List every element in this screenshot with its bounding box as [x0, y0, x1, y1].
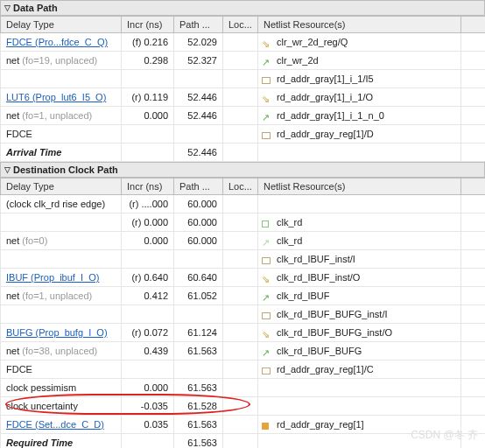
netlist-cell	[258, 397, 461, 416]
incr-cell: 0.000	[122, 232, 174, 250]
dest-clock-header[interactable]: ▽ Destination Clock Path	[0, 162, 485, 178]
col-incr[interactable]: Incr (ns)	[122, 178, 174, 195]
incr-cell: (r) ....000	[122, 195, 174, 214]
table-row[interactable]: BUFG (Prop_bufg_I_O)(r) 0.07261.124clk_r…	[1, 324, 486, 342]
collapse-icon: ▽	[4, 4, 11, 12]
delay-type-link[interactable]: FDCE (Pro...fdce_C_Q)	[6, 37, 108, 47]
netlist-cell	[258, 379, 461, 397]
netlist-text: rd_addr_gray_reg[1]/C	[277, 364, 374, 374]
spacer-cell	[461, 269, 486, 287]
delay-type-cell: net (fo=1, unplaced)	[1, 107, 122, 125]
cell-icon	[262, 366, 272, 374]
netlist-cell: rd_addr_gray_reg[1]	[258, 416, 461, 434]
delay-type-detail: (fo=38, unplaced)	[19, 346, 97, 356]
table-row[interactable]: Required Time61.563	[1, 434, 486, 449]
table-row[interactable]: net (fo=19, unplaced)0.29852.327clr_wr_2…	[1, 52, 486, 70]
netlist-text: clk_rd_IBUF_inst/O	[277, 272, 360, 283]
netlist-cell: clk_rd	[258, 214, 461, 232]
loc-cell	[223, 379, 258, 397]
incr-cell: (r) 0.000	[122, 214, 174, 232]
loc-cell	[223, 360, 258, 379]
delay-type-link[interactable]: IBUF (Prop_ibuf_I_O)	[6, 272, 99, 283]
path-cell: 52.029	[174, 33, 223, 52]
netlist-text: clk_rd_IBUF_BUFG_inst/I	[277, 309, 388, 319]
loc-cell	[223, 269, 258, 287]
path-cell	[174, 125, 223, 144]
table-row[interactable]: LUT6 (Prop_lut6_I5_O)(r) 0.11952.446rd_a…	[1, 88, 486, 107]
netlist-text: clk_rd_IBUF	[277, 290, 330, 301]
incr-cell: (f) 0.216	[122, 33, 174, 52]
path-cell: 61.052	[174, 287, 223, 305]
spacer-cell	[461, 250, 486, 269]
table-header-row: Delay Type Incr (ns) Path ... Loc... Net…	[1, 178, 486, 195]
delay-type-cell: net (fo=1, unplaced)	[1, 287, 122, 305]
delay-type-text: FDCE	[6, 129, 32, 139]
col-netlist[interactable]: Netlist Resource(s)	[258, 178, 461, 195]
data-path-header[interactable]: ▽ Data Path	[0, 0, 485, 16]
table-row[interactable]: clk_rd_IBUF_inst/I	[1, 250, 486, 269]
col-incr[interactable]: Incr (ns)	[122, 17, 174, 33]
delay-type-cell: clock uncertainty	[1, 397, 122, 416]
col-loc[interactable]: Loc...	[223, 17, 258, 33]
cell-icon	[262, 256, 272, 264]
loc-cell	[223, 324, 258, 342]
spacer-cell	[461, 144, 486, 162]
path-cell: 61.563	[174, 434, 223, 449]
cell-icon	[262, 75, 272, 84]
delay-type-detail: (fo=19, unplaced)	[19, 55, 97, 66]
delay-type-link[interactable]: FDCE (Set...dce_C_D)	[6, 419, 104, 430]
incr-cell: (r) 0.640	[122, 269, 174, 287]
netlist-cell	[258, 144, 461, 162]
table-row[interactable]: net (fo=1, unplaced)0.00052.446rd_addr_g…	[1, 107, 486, 125]
delay-type-text: (clock clk_rd rise edge)	[6, 199, 105, 209]
table-row[interactable]: Arrival Time52.446	[1, 144, 486, 162]
col-spacer	[461, 17, 486, 33]
table-row[interactable]: clock pessimism0.00061.563	[1, 379, 486, 397]
col-delay-type[interactable]: Delay Type	[1, 178, 122, 195]
table-row[interactable]: FDCErd_addr_gray_reg[1]/D	[1, 125, 486, 144]
net-up-icon	[262, 112, 272, 121]
table-row[interactable]: IBUF (Prop_ibuf_I_O)(r) 0.64060.640clk_r…	[1, 269, 486, 287]
col-path[interactable]: Path ...	[174, 17, 223, 33]
loc-cell	[223, 214, 258, 232]
table-row[interactable]: net (fo=0)0.00060.000clk_rd	[1, 232, 486, 250]
table-row[interactable]: FDCE (Pro...fdce_C_Q)(f) 0.21652.029clr_…	[1, 33, 486, 52]
table-header-row: Delay Type Incr (ns) Path ... Loc... Net…	[1, 17, 486, 33]
loc-cell	[223, 305, 258, 324]
col-netlist[interactable]: Netlist Resource(s)	[258, 17, 461, 33]
table-row[interactable]: FDCE (Set...dce_C_D)0.03561.563rd_addr_g…	[1, 416, 486, 434]
loc-cell	[223, 70, 258, 88]
col-path[interactable]: Path ...	[174, 178, 223, 195]
path-cell	[174, 250, 223, 269]
delay-type-link[interactable]: LUT6 (Prop_lut6_I5_O)	[6, 92, 106, 102]
netlist-cell: clk_rd_IBUF_BUFG	[258, 342, 461, 360]
netlist-cell: clk_rd	[258, 232, 461, 250]
incr-cell: (r) 0.072	[122, 324, 174, 342]
netlist-text: rd_addr_gray[1]_i_1/I5	[277, 74, 374, 84]
table-row[interactable]: net (fo=1, unplaced)0.41261.052clk_rd_IB…	[1, 287, 486, 305]
table-row[interactable]: (r) 0.00060.000clk_rd	[1, 214, 486, 232]
cell-icon	[262, 130, 272, 139]
incr-cell: 0.000	[122, 379, 174, 397]
delay-type-cell: FDCE	[1, 360, 122, 379]
delay-type-text: net	[6, 346, 19, 356]
table-row[interactable]: FDCErd_addr_gray_reg[1]/C	[1, 360, 486, 379]
col-loc[interactable]: Loc...	[223, 178, 258, 195]
table-row[interactable]: net (fo=38, unplaced)0.43961.563clk_rd_I…	[1, 342, 486, 360]
delay-type-link[interactable]: BUFG (Prop_bufg_I_O)	[6, 327, 108, 338]
delay-type-cell: FDCE (Pro...fdce_C_Q)	[1, 33, 122, 52]
pin-out-icon	[262, 38, 272, 47]
netlist-cell: rd_addr_gray[1]_i_1/O	[258, 88, 461, 107]
table-row[interactable]: rd_addr_gray[1]_i_1/I5	[1, 70, 486, 88]
delay-type-cell: LUT6 (Prop_lut6_I5_O)	[1, 88, 122, 107]
path-cell: 61.563	[174, 379, 223, 397]
table-row[interactable]: (clock clk_rd rise edge)(r) ....00060.00…	[1, 195, 486, 214]
netlist-text: rd_addr_gray[1]_i_1_n_0	[277, 110, 384, 121]
table-row[interactable]: clock uncertainty-0.03561.528	[1, 397, 486, 416]
table-row[interactable]: clk_rd_IBUF_BUFG_inst/I	[1, 305, 486, 324]
delay-type-cell: Required Time	[1, 434, 122, 449]
pin-out-icon	[262, 94, 272, 102]
spacer-cell	[461, 125, 486, 144]
netlist-text: rd_addr_gray[1]_i_1/O	[277, 92, 373, 102]
col-delay-type[interactable]: Delay Type	[1, 17, 122, 33]
